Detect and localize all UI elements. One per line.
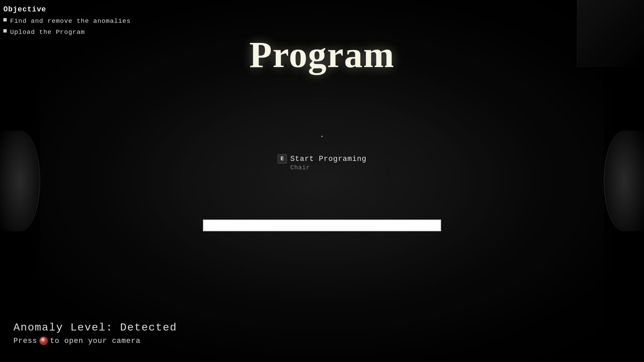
camera-button-icon bbox=[39, 337, 48, 345]
crosshair-dot bbox=[321, 136, 323, 137]
camera-prompt-suffix: to open your camera bbox=[50, 337, 141, 345]
camera-prompt: Press to open your camera bbox=[13, 337, 177, 345]
objective-item-1: Find and remove the anomalies bbox=[3, 16, 131, 26]
interaction-prompt[interactable]: E Start Programing Chair bbox=[277, 154, 366, 171]
right-mechanical-element bbox=[604, 131, 644, 231]
anomaly-level-text: Anomaly Level: Detected bbox=[13, 321, 177, 334]
program-title: Program bbox=[249, 34, 394, 76]
prompt-main-row: E Start Programing bbox=[277, 154, 366, 164]
objective-title: Objective bbox=[3, 5, 131, 14]
objective-item-2: Upload the Program bbox=[3, 27, 131, 37]
bullet-icon-2 bbox=[3, 29, 7, 33]
top-right-panel bbox=[577, 0, 644, 67]
key-badge-e: E bbox=[277, 154, 287, 164]
prompt-sub-text: Chair bbox=[290, 164, 310, 171]
prompt-action-text: Start Programing bbox=[290, 155, 366, 163]
objective-item-1-text: Find and remove the anomalies bbox=[10, 16, 131, 26]
progress-bar-fill bbox=[204, 220, 440, 231]
bottom-hud: Anomaly Level: Detected Press to open yo… bbox=[13, 321, 177, 345]
objective-item-2-text: Upload the Program bbox=[10, 27, 85, 37]
camera-prompt-prefix: Press bbox=[13, 337, 37, 345]
objective-section: Objective Find and remove the anomalies … bbox=[3, 5, 131, 38]
progress-bar-container bbox=[203, 220, 441, 231]
left-mechanical-element bbox=[0, 131, 40, 231]
bullet-icon-1 bbox=[3, 18, 7, 21]
